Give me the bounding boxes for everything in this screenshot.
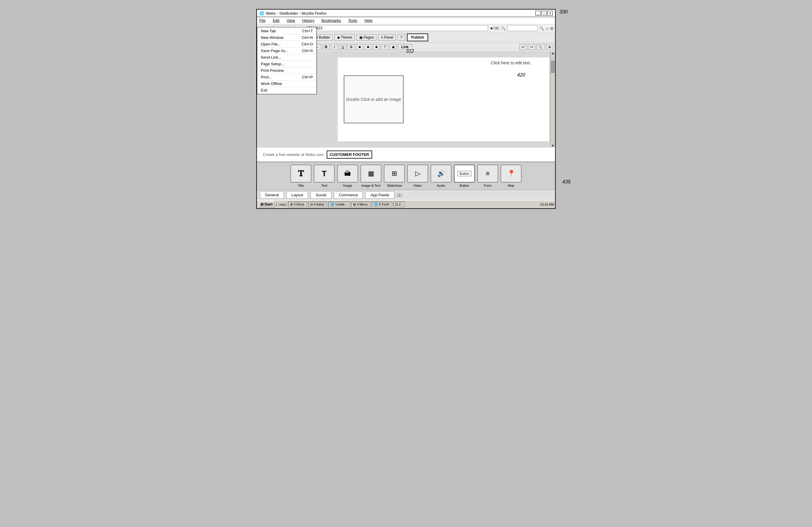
pages-button[interactable]: ▣ Pages	[357, 34, 376, 41]
widget-map[interactable]: 📍 Map	[501, 165, 522, 187]
minimize-button[interactable]: _	[535, 11, 541, 16]
widget-form-label: Form	[484, 184, 492, 187]
menu-send-link[interactable]: Send Link...	[257, 54, 317, 61]
bold-btn[interactable]: B	[322, 44, 330, 50]
widget-form[interactable]: ≡ Form	[477, 165, 498, 187]
search-icon[interactable]: 🔍	[539, 26, 544, 30]
diamond-btn[interactable]: ◆	[390, 44, 397, 50]
tab-commerce[interactable]: Commerce	[334, 191, 363, 199]
zoom-btn[interactable]: 🔍	[536, 44, 545, 50]
file-menu-dropdown: New Tab Ctrl+T New Window Ctrl+N Open Fi…	[257, 27, 317, 94]
menu-bookmarks[interactable]: Bookmarks	[320, 18, 342, 23]
bottom-tabs: General Layout Social Commerce App Feeds…	[257, 190, 555, 200]
scroll-down-btn[interactable]: ▼	[551, 144, 555, 147]
widget-slideshow[interactable]: ⊞ Slideshow	[384, 165, 405, 187]
widget-image-text[interactable]: ▦ Image & Text	[361, 165, 381, 187]
question-btn[interactable]: ?	[381, 44, 388, 50]
underline-btn[interactable]: U	[339, 44, 346, 50]
menu-print[interactable]: Print... Ctrl+P	[257, 74, 317, 80]
extra-btn[interactable]: ※	[546, 44, 553, 50]
widget-video[interactable]: ▷ Video	[407, 165, 428, 187]
settings-icon[interactable]: ◎	[550, 26, 553, 30]
widget-audio-label: Audio	[437, 184, 445, 187]
menu-history[interactable]: History	[301, 18, 315, 23]
maximize-button[interactable]: □	[541, 11, 547, 16]
taskbar-icon-2: 🌐	[330, 203, 334, 206]
widget-image[interactable]: 🏔 Image	[337, 165, 358, 187]
browser-icon: 🌐	[259, 11, 264, 16]
taskbar-icon-1: ⊟	[310, 203, 313, 206]
italic-btn[interactable]: I	[331, 44, 338, 50]
widget-image-label: Image	[343, 184, 352, 187]
image-icon-box: 🏔	[337, 165, 358, 182]
title-bar-content: 🌐 Webs - SiteBuilder - Mozilla Firefox	[259, 11, 327, 16]
menu-view[interactable]: View	[285, 18, 296, 23]
widget-title[interactable]: 𝕋 Title	[290, 165, 311, 187]
menu-page-setup[interactable]: Page Setup...	[257, 61, 317, 67]
annotation-420: 420	[517, 72, 525, 78]
menu-work-offline[interactable]: Work Offline	[257, 80, 317, 87]
panel-button[interactable]: ≡ Panel	[378, 34, 396, 41]
help-button[interactable]: ?	[397, 34, 405, 41]
tab-general[interactable]: General	[260, 191, 284, 199]
edit-text-hint[interactable]: Click here to edit text.	[491, 60, 531, 65]
align-left-btn[interactable]: ■	[356, 44, 363, 50]
taskbar-icon-5: ⊡	[395, 203, 398, 206]
menu-file[interactable]: File	[258, 18, 267, 23]
scroll-up-btn[interactable]: ▲	[551, 52, 555, 55]
tab-social[interactable]: Social	[310, 191, 331, 199]
widget-button[interactable]: Button Button	[454, 165, 475, 187]
taskbar-item-4[interactable]: 🌐 5 FireF.	[372, 202, 392, 207]
browser-window: 🌐 Webs - SiteBuilder - Mozilla Firefox _…	[256, 9, 556, 209]
align-center-btn[interactable]: ■	[364, 44, 372, 50]
search-input[interactable]	[508, 25, 537, 31]
taskbar-icon-4: 🌐	[374, 203, 378, 206]
search-engine-icon: 🔍	[501, 26, 506, 30]
redo-btn[interactable]: ↪	[528, 44, 535, 50]
taskbar-item-0[interactable]: ⊞ 3 Wind.	[288, 202, 307, 207]
taskbar-item-1[interactable]: ⊟ 4 Adob.	[308, 202, 327, 207]
video-icon-box: ▷	[407, 165, 428, 182]
menu-edit[interactable]: Edit	[272, 18, 280, 23]
title-bar: 🌐 Webs - SiteBuilder - Mozilla Firefox _…	[257, 10, 555, 17]
menu-save-page-as[interactable]: Save Page As... Ctrl+S	[257, 47, 317, 54]
widget-map-label: Map	[508, 184, 514, 187]
theme-button[interactable]: ◆ Theme	[334, 34, 354, 41]
widget-text[interactable]: T Text	[314, 165, 335, 187]
menu-open-file[interactable]: Open File... Ctrl+O	[257, 41, 317, 47]
align-right-btn[interactable]: ■	[373, 44, 380, 50]
menu-help[interactable]: Help	[363, 18, 374, 23]
button-preview: Button	[458, 171, 471, 176]
widget-audio[interactable]: 🔊 Audio	[431, 165, 451, 187]
taskbar-time: 10:42 AM	[540, 203, 554, 206]
menu-new-window[interactable]: New Window Ctrl+N	[257, 34, 317, 41]
map-icon-box: 📍	[501, 165, 522, 182]
scroll-thumb[interactable]	[551, 61, 554, 73]
text-icon-box: T	[314, 165, 335, 182]
menu-tools[interactable]: Tools	[347, 18, 358, 23]
tab-app-feeds[interactable]: App Feeds	[365, 191, 394, 199]
footer-text: Create a free website at Webs.com	[263, 152, 324, 157]
publish-button[interactable]: Publish	[407, 33, 428, 41]
widget-video-label: Video	[414, 184, 422, 187]
start-button[interactable]: ⊞ Start	[258, 201, 275, 208]
tab-layout[interactable]: Layout	[286, 191, 308, 199]
menu-new-tab[interactable]: New Tab Ctrl+T	[257, 28, 317, 34]
undo-btn[interactable]: ↩	[520, 44, 527, 50]
close-button[interactable]: ✕	[547, 11, 553, 16]
taskbar-item-2[interactable]: 🌐 Untitle -.	[328, 202, 350, 207]
taskbar-item-5[interactable]: ⊡ 2 .	[393, 202, 405, 207]
bookmark-star[interactable]: ★▽C	[490, 26, 499, 30]
widget-title-label: Title	[298, 184, 304, 187]
menu-exit[interactable]: Exit	[257, 87, 317, 93]
home-icon[interactable]: ⌂	[546, 26, 548, 30]
taskbar-item-3[interactable]: ⊞ 4 Micro.	[351, 202, 371, 207]
scrollbar-vertical[interactable]: ▲ ▼	[550, 52, 555, 147]
image-text-icon-box: ▦	[361, 165, 381, 182]
menu-print-preview[interactable]: Print Preview	[257, 67, 317, 74]
form-icon-box: ≡	[477, 165, 498, 182]
strikethrough-btn[interactable]: S	[348, 44, 355, 50]
title-icon-box: 𝕋	[290, 165, 311, 182]
image-placeholder[interactable]: Double Click to add an image	[344, 75, 404, 123]
page-canvas: Click here to edit text. 420 Double Clic…	[338, 57, 549, 141]
